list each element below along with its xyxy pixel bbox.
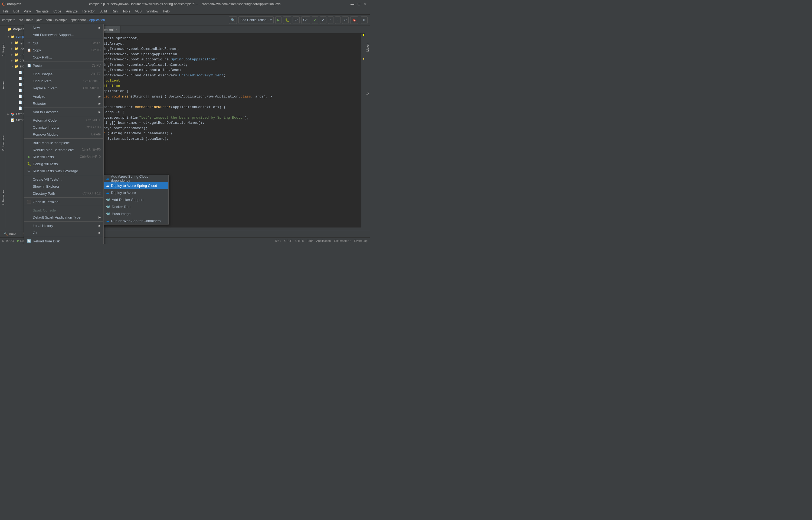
ctx-remove-module[interactable]: Remove Module Delete [24, 131, 103, 138]
push-image-label: Push Image [112, 212, 131, 216]
git-commit-button[interactable]: ✓ [320, 16, 327, 24]
git-status[interactable]: Git: master ↑ [334, 239, 351, 242]
line-ending[interactable]: CRLF [284, 239, 292, 242]
settings-button[interactable]: ⚙ [361, 16, 368, 24]
git-label[interactable]: Git: [301, 16, 310, 24]
breadcrumb-application[interactable]: Application [89, 18, 105, 22]
project-folder-icon: 📁 [7, 27, 12, 31]
ctx-copy[interactable]: 📋Copy Ctrl+C [24, 47, 103, 54]
menu-navigate[interactable]: Navigate [33, 9, 51, 14]
ctx-paste[interactable]: 📄Paste Ctrl+V [24, 62, 103, 69]
menu-run[interactable]: Run [110, 9, 120, 14]
ctx-find-in-path[interactable]: Find in Path... Ctrl+Shift+F [24, 77, 103, 84]
ctx-rebuild-module[interactable]: Rebuild Module 'complete' Ctrl+Shift+F9 [24, 146, 103, 153]
submenu-push-image[interactable]: 🐳 Push Image [104, 210, 168, 217]
breadcrumb-com[interactable]: com [46, 18, 52, 22]
run-webapp-icon: ☁ [106, 219, 109, 223]
bookmark-button[interactable]: 🔖 [350, 16, 358, 24]
menu-code[interactable]: Code [51, 9, 63, 14]
add-docker-support-label: Add Docker Support [112, 198, 143, 202]
menu-edit[interactable]: Edit [11, 9, 21, 14]
breadcrumb-example[interactable]: example [55, 18, 67, 22]
sidebar-item-project[interactable]: 1: Project [1, 42, 6, 57]
ctx-new[interactable]: New ▶ [24, 24, 103, 31]
deploy-spring-cloud-icon: ☁ [106, 184, 109, 187]
ctx-analyze[interactable]: Analyze ▶ [24, 93, 103, 100]
menu-window[interactable]: Window [144, 9, 160, 14]
ctx-refactor[interactable]: Refactor ▶ [24, 100, 103, 107]
submenu-add-docker-support[interactable]: 🐳 Add Docker Support [104, 196, 168, 203]
azure-submenu: ☁ Add Azure Spring Cloud dependency ☁ De… [104, 175, 169, 225]
submenu-add-spring-cloud-dep[interactable]: ☁ Add Azure Spring Cloud dependency [104, 175, 168, 182]
git-push-button[interactable]: ↑ [328, 16, 333, 24]
menu-refactor[interactable]: Refactor [80, 9, 97, 14]
ctx-directory-path[interactable]: Directory Path Ctrl+Alt+F12 [24, 190, 103, 197]
debug-button[interactable]: 🐛 [283, 16, 291, 24]
ctx-show-in-explorer[interactable]: Show in Explorer [24, 183, 103, 190]
submenu-deploy-azure[interactable]: ☁ Deploy to Azure [104, 189, 168, 196]
indentation[interactable]: Tab* [307, 239, 313, 242]
menu-help[interactable]: Help [161, 9, 172, 14]
breadcrumb-springboot[interactable]: springboot [71, 18, 86, 22]
docker-support-icon: 🐳 [106, 198, 110, 202]
submenu-deploy-spring-cloud[interactable]: ☁ Deploy to Azure Spring Cloud [104, 182, 168, 189]
submenu-docker-run[interactable]: 🐳 Docker Run [104, 203, 168, 210]
file-encoding[interactable]: UTF-8 [295, 239, 304, 242]
ctx-default-spark[interactable]: Default Spark Application Type ▶ [24, 214, 103, 221]
ctx-cut[interactable]: ✂Cut Ctrl+X [24, 40, 103, 47]
submenu-run-web-app[interactable]: ☁ Run on Web App for Containers [104, 217, 168, 224]
breadcrumb-src[interactable]: src [19, 18, 23, 22]
menu-view[interactable]: View [22, 9, 33, 14]
todo-tab[interactable]: 6: TODO [2, 239, 14, 242]
ctx-optimize-imports[interactable]: Optimize Imports Ctrl+Alt+O [24, 124, 103, 131]
run-button[interactable]: ▶ [275, 16, 281, 24]
hammer-icon: 🔨 [4, 232, 8, 236]
ctx-replace-in-path[interactable]: Replace in Path... Ctrl+Shift+R [24, 84, 103, 92]
ctx-add-framework[interactable]: Add Framework Support... [24, 31, 103, 38]
ctx-build-module[interactable]: Build Module 'complete' [24, 139, 103, 146]
ctx-find-usages[interactable]: Find Usages Alt+F7 [24, 71, 103, 77]
ctx-open-terminal[interactable]: ⬛Open in Terminal [24, 198, 103, 205]
ctx-debug-all-tests[interactable]: 🐛Debug 'All Tests' [24, 160, 103, 167]
menu-build[interactable]: Build [97, 9, 109, 14]
menu-bar: File Edit View Navigate Code Analyze Ref… [0, 8, 370, 15]
breadcrumb-main[interactable]: main [26, 18, 33, 22]
ctx-run-coverage[interactable]: 🛡Run 'All Tests' with Coverage [24, 167, 103, 175]
ctx-run-all-tests[interactable]: ▶Run 'All Tests' Ctrl+Shift+F10 [24, 153, 103, 160]
git-icon[interactable]: Alt [365, 91, 370, 97]
ctx-reformat-code[interactable]: Reformat Code Ctrl+Alt+L [24, 117, 103, 124]
ctx-local-history[interactable]: Local History ▶ [24, 222, 103, 229]
cursor-position[interactable]: 5:51 [275, 239, 281, 242]
ctx-reload-from-disk[interactable]: 🔄Reload from Disk [24, 237, 103, 244]
menu-analyze[interactable]: Analyze [64, 9, 80, 14]
close-tab-pom[interactable]: ✕ [115, 28, 117, 31]
run-coverage-button[interactable]: 🛡 [292, 16, 300, 24]
maven-icon[interactable]: Maven [365, 42, 370, 53]
menu-vcs[interactable]: VCS [133, 9, 144, 14]
add-configuration-button[interactable]: Add Configuration... ▾ [239, 16, 274, 24]
git-revert-button[interactable]: ↩ [342, 16, 348, 24]
menu-file[interactable]: File [1, 9, 10, 14]
sidebar-item-favorites[interactable]: 2: Favorites [1, 188, 6, 207]
maximize-button[interactable]: □ [357, 2, 361, 6]
search-everywhere-button[interactable]: 🔍 [229, 16, 237, 24]
menu-tools[interactable]: Tools [120, 9, 132, 14]
git-check-button[interactable]: ✓ [312, 16, 318, 24]
tab-build[interactable]: 🔨 Build [1, 231, 19, 237]
breadcrumb-java[interactable]: java [36, 18, 43, 22]
title-bar: ⬡ complete complete [C:\Users\yucwan\Doc… [0, 0, 370, 8]
event-log-button[interactable]: Event Log [354, 239, 368, 242]
close-button[interactable]: ✕ [363, 2, 368, 6]
ctx-copy-path[interactable]: Copy Path... [24, 54, 103, 61]
app-name: complete [7, 2, 21, 6]
ctx-add-to-favorites[interactable]: Add to Favorites ▶ [24, 108, 103, 115]
run-config-status[interactable]: Application [316, 239, 331, 242]
sidebar-item-azure[interactable]: Azure [1, 80, 6, 91]
ctx-git[interactable]: Git ▶ [24, 229, 103, 236]
breadcrumb-complete[interactable]: complete [2, 18, 16, 22]
deploy-azure-label: Deploy to Azure [111, 191, 136, 195]
git-update-button[interactable]: ↓ [335, 16, 340, 24]
minimize-button[interactable]: — [350, 2, 355, 6]
sidebar-item-structure[interactable]: Z: Structure [1, 134, 6, 153]
ctx-create-all-tests[interactable]: Create 'All Tests'... [24, 176, 103, 183]
